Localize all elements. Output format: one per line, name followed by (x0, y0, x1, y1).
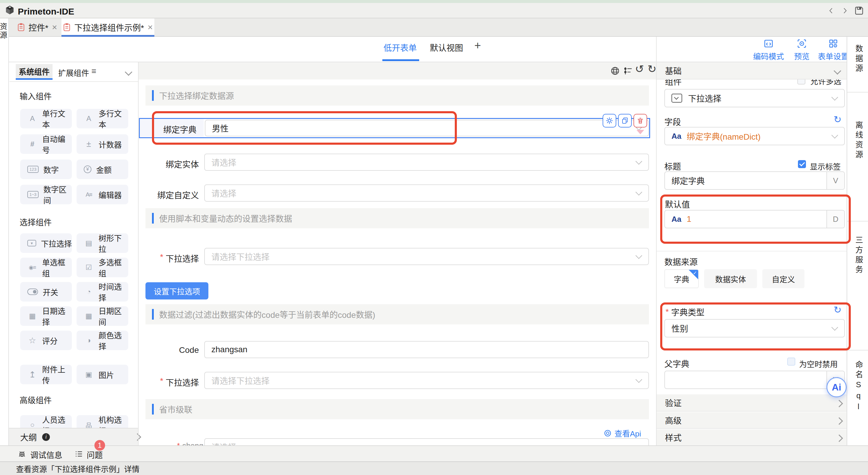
component-item-money[interactable]: 金额 (76, 160, 128, 179)
component-item-date[interactable]: 日期选择 (20, 306, 72, 326)
component-item-tree-select[interactable]: 树形下拉 (76, 233, 128, 253)
component-item-rating[interactable]: 评分 (20, 331, 72, 350)
section-title-input-components: 输入组件 (20, 90, 52, 102)
component-item-counter[interactable]: 计数器 (76, 134, 128, 154)
title-variable-button[interactable]: V (827, 172, 844, 189)
globe-icon[interactable] (610, 66, 620, 76)
panel-section-validation[interactable]: 验证 (657, 394, 847, 412)
debug-icon[interactable] (17, 449, 27, 459)
field-binding-value: 绑定字典(nameDict) (687, 130, 761, 142)
dict-type-select[interactable]: 性别 (664, 319, 845, 337)
component-item-number[interactable]: 数字 (20, 160, 72, 179)
parent-dict-input[interactable]: V (664, 371, 845, 389)
field-delete-button[interactable] (633, 114, 647, 128)
code-input[interactable]: zhangsan (204, 341, 649, 358)
nav-forward-icon[interactable] (841, 6, 849, 15)
field-binding-select[interactable]: Aa 绑定字典(nameDict) (664, 127, 845, 145)
section-label: 高级 (665, 414, 682, 426)
undo-icon[interactable] (635, 63, 644, 75)
data-source-tab-custom[interactable]: 自定义 (762, 269, 804, 288)
rail-item-datasource[interactable]: 数据源 (853, 44, 864, 74)
rating-icon (27, 336, 37, 345)
panel-section-basic[interactable]: 基础 (657, 62, 847, 79)
problems-list-icon[interactable] (74, 449, 83, 459)
component-item-image[interactable]: 图片 (76, 365, 128, 384)
default-value-input[interactable]: Aa 1 D (664, 210, 845, 228)
component-item-text[interactable]: 单行文本 (20, 109, 72, 128)
component-item-daterange[interactable]: 日期区间 (76, 306, 128, 326)
component-item-checkbox-group[interactable]: 多选框组 (76, 258, 128, 277)
outline-bar[interactable]: 大纲 (9, 428, 138, 445)
add-view-tab[interactable]: + (474, 39, 481, 52)
component-label: 时间选择 (98, 281, 128, 303)
sheng-select[interactable]: 请选择... (204, 438, 649, 445)
org-select-icon (84, 420, 94, 428)
nav-back-icon[interactable] (827, 6, 835, 15)
refresh-icon[interactable] (834, 114, 842, 125)
component-type-select[interactable]: 下拉选择 (664, 89, 845, 107)
component-item-time[interactable]: 时间选择 (76, 282, 128, 302)
tab-system-components[interactable]: 系统组件 (16, 64, 53, 78)
trash-icon (637, 117, 644, 124)
ai-assistant-button[interactable]: Ai (827, 377, 847, 397)
field-settings-button[interactable] (602, 114, 616, 128)
panel-section-advanced[interactable]: 高级 (657, 412, 847, 429)
disable-when-empty-checkbox[interactable] (787, 358, 795, 366)
close-icon[interactable] (148, 22, 153, 32)
tab-default-view[interactable]: 默认视图 (430, 41, 463, 54)
title-input[interactable]: 绑定字典 V (664, 171, 845, 190)
field-copy-button[interactable] (618, 114, 632, 128)
allow-multi-checkbox[interactable] (797, 79, 805, 84)
component-item-range[interactable]: 数字区间 (20, 185, 72, 204)
data-source-tab-entity[interactable]: 数据实体 (704, 269, 757, 288)
info-icon[interactable] (42, 433, 50, 441)
set-dropdown-options-button[interactable]: 设置下拉选项 (146, 282, 208, 300)
bind-custom-select[interactable]: 请选择 (204, 184, 649, 202)
component-item-editor[interactable]: 编辑器 (76, 185, 128, 204)
rail-item-third-party-service[interactable]: 三方服务 (853, 236, 864, 275)
problems-badge: 1 (94, 440, 105, 451)
panel-section-style[interactable]: 样式 (657, 429, 847, 446)
component-item-textarea[interactable]: 多行文本 (76, 109, 128, 128)
rail-item-offline-resource[interactable]: 离线资源 (853, 121, 864, 160)
show-label-checkbox[interactable] (798, 160, 806, 168)
rail-item-named-sql[interactable]: 命名Sql (853, 361, 864, 413)
dropdown2-select[interactable]: 请选择下拉选择 (204, 372, 649, 389)
component-item-select[interactable]: 下拉选择 (20, 233, 72, 253)
code-mode-button[interactable]: 编码模式 (752, 39, 785, 61)
outline-tree-icon[interactable] (623, 66, 633, 76)
dropdown1-select[interactable]: 请选择下拉选择 (204, 248, 649, 265)
default-dynamic-button[interactable]: D (827, 210, 844, 228)
tab-low-code-form[interactable]: 低开表单 (383, 41, 417, 54)
doc-tab-controls[interactable]: 控件* (17, 19, 57, 36)
component-label: 计数器 (98, 139, 122, 150)
component-item-upload[interactable]: 附件上传 (20, 365, 72, 384)
component-item-org[interactable]: 机构选择 (76, 415, 128, 428)
refresh-icon[interactable] (834, 304, 842, 315)
redo-icon[interactable] (647, 63, 656, 75)
component-item-radio-group[interactable]: 单选框组 (20, 258, 72, 277)
component-item-autonumber[interactable]: 自动编号 (20, 134, 72, 154)
bind-entity-select[interactable]: 请选择 (204, 154, 649, 171)
chevron-down-icon (832, 324, 838, 331)
debug-info-button[interactable]: 调试信息 (30, 449, 62, 461)
section-label: 样式 (665, 432, 682, 443)
resource-rail[interactable]: 资源 (0, 19, 9, 445)
select-component-icon (672, 94, 682, 103)
component-item-color[interactable]: 颜色选择 (76, 331, 128, 350)
close-icon[interactable] (52, 22, 57, 32)
component-item-person[interactable]: 人员选择 (20, 415, 72, 428)
panel-menu-icon[interactable] (91, 66, 96, 76)
doc-tab-dropdown-example[interactable]: 下拉选择组件示例* (61, 19, 154, 36)
selected-field-outline[interactable] (139, 118, 650, 138)
section-title-select-components: 选择组件 (20, 216, 52, 228)
tab-extension-components[interactable]: 扩展组件 (58, 67, 89, 78)
money-icon (84, 165, 91, 173)
allow-multi-label: 允许多选 (810, 79, 841, 86)
save-icon[interactable] (854, 5, 864, 16)
titlebar: Primeton-IDE (0, 3, 868, 19)
data-source-tab-dict[interactable]: 字典 (664, 269, 699, 288)
component-item-switch[interactable]: 开关 (20, 282, 72, 302)
form-settings-button[interactable]: 表单设置 (817, 39, 849, 61)
preview-button[interactable]: 预览 (793, 39, 810, 61)
